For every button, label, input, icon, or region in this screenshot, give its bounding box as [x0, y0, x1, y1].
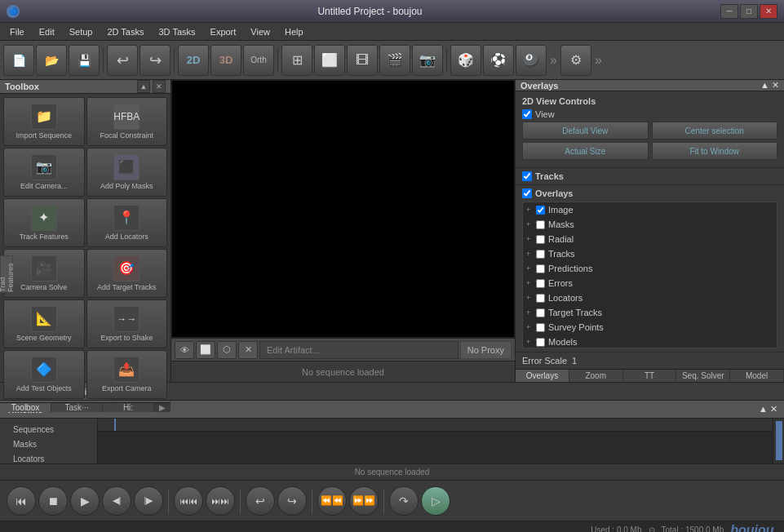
toolbox-float-button[interactable]: ▲: [137, 80, 150, 93]
close-button[interactable]: ✕: [760, 4, 777, 19]
locators-checkbox[interactable]: [536, 294, 545, 303]
maximize-button[interactable]: □: [740, 4, 758, 19]
timeline-sequences[interactable]: Sequences: [0, 422, 97, 437]
transport-play[interactable]: ▶: [70, 486, 100, 516]
sphere-button[interactable]: ⚽: [483, 45, 514, 76]
2d-button[interactable]: 2D: [178, 45, 209, 76]
timeline-locators[interactable]: Locators: [0, 451, 97, 463]
transport-stop[interactable]: ⏹: [38, 486, 68, 516]
tab-model[interactable]: Model: [730, 370, 784, 382]
default-view-button[interactable]: Default View: [522, 122, 649, 140]
vp-frame-btn[interactable]: ⬜: [196, 341, 215, 359]
transport-prev-frame[interactable]: ◀|: [102, 486, 131, 516]
tab-toolbox[interactable]: Toolbox: [0, 403, 51, 412]
grid-view-button[interactable]: ⊞: [281, 45, 312, 76]
dice-button[interactable]: 🎲: [450, 45, 481, 76]
redo-button[interactable]: ↪: [140, 45, 171, 76]
film-button[interactable]: 🎬: [379, 45, 410, 76]
transport-next-next[interactable]: ⏭⏭: [206, 486, 235, 516]
menu-edit[interactable]: Edit: [33, 25, 61, 38]
vp-mask-btn[interactable]: ⬡: [217, 341, 237, 359]
transport-fast-fwd[interactable]: ⏩⏩: [349, 486, 379, 516]
tab-hi[interactable]: Hi:: [103, 403, 154, 412]
menu-view[interactable]: View: [244, 25, 277, 38]
survey-points-checkbox[interactable]: [536, 323, 545, 332]
masks-checkbox[interactable]: [536, 220, 545, 229]
tool-add-target-tracks[interactable]: 🎯 Add Target Tracks: [86, 249, 168, 298]
tool-add-locators[interactable]: 📍 Add Locators: [86, 198, 168, 247]
transport-cycle[interactable]: ↷: [389, 486, 419, 516]
tool-edit-camera[interactable]: 📷 Edit Camera...: [3, 148, 85, 197]
timeline-masks[interactable]: Masks: [0, 437, 97, 451]
camera-button[interactable]: 📷: [412, 45, 443, 76]
overlay-item-image[interactable]: + Image: [523, 202, 777, 217]
transport-loop-back[interactable]: ↩: [246, 486, 275, 516]
tool-add-test-objects[interactable]: 🔷 Add Test Objects: [3, 350, 85, 399]
tool-add-poly-masks[interactable]: ⬛ Add Poly Masks: [86, 148, 168, 197]
tracks-checkbox[interactable]: [522, 171, 532, 181]
fit-to-window-button[interactable]: Fit to Window: [652, 142, 778, 160]
overlays-float-button[interactable]: ▲: [760, 80, 769, 91]
center-selection-button[interactable]: Center selection: [652, 122, 778, 140]
overlay-list[interactable]: + Image + Masks + Radial: [522, 202, 777, 348]
overlay-item-locators[interactable]: + Locators: [523, 290, 777, 305]
menu-3d-tasks[interactable]: 3D Tasks: [153, 25, 202, 38]
overlay-item-survey-points[interactable]: + Survey Points: [523, 320, 777, 335]
transport-fast-back[interactable]: ⏪⏪: [317, 486, 347, 516]
menu-2d-tasks[interactable]: 2D Tasks: [100, 25, 150, 38]
overlay-item-target-tracks[interactable]: + Target Tracks: [523, 305, 777, 320]
3d-button[interactable]: 3D: [210, 45, 241, 76]
vp-camera-btn[interactable]: 👁: [175, 341, 194, 359]
tab-zoom[interactable]: Zoom: [569, 370, 623, 382]
menu-setup[interactable]: Setup: [63, 25, 100, 38]
target-tracks-checkbox[interactable]: [536, 308, 545, 317]
sequence-button[interactable]: 🎞: [347, 45, 378, 76]
trad-features-label[interactable]: Trad Features: [0, 255, 13, 293]
timeline-track[interactable]: [98, 419, 773, 463]
actual-size-button[interactable]: Actual Size: [522, 142, 649, 160]
tool-focal-constraint[interactable]: HFBA Focal Constraint: [86, 97, 168, 146]
settings-button[interactable]: ⚙: [560, 45, 591, 76]
image-checkbox[interactable]: [536, 206, 545, 215]
overlay-item-masks[interactable]: + Masks: [523, 217, 777, 232]
transport-next-frame[interactable]: |▶: [134, 486, 163, 516]
tool-import-sequence[interactable]: 📁 Import Sequence: [3, 97, 85, 146]
toolbox-close-button[interactable]: ✕: [153, 80, 166, 93]
timeline-close-button[interactable]: ✕: [770, 404, 777, 415]
toolbar-more-1[interactable]: »: [548, 53, 559, 68]
menu-help[interactable]: Help: [278, 25, 310, 38]
cube-button[interactable]: 🎱: [516, 45, 547, 76]
minimize-button[interactable]: ─: [720, 4, 738, 19]
open-button[interactable]: 📂: [36, 45, 67, 76]
overlay-item-predictions[interactable]: + Predictions: [523, 261, 777, 276]
tool-scene-geometry[interactable]: 📐 Scene Geometry: [3, 299, 85, 348]
errors-checkbox[interactable]: [536, 279, 545, 288]
menu-file[interactable]: File: [3, 25, 31, 38]
overlay-item-errors[interactable]: + Errors: [523, 276, 777, 290]
toolbox-tab-arrow[interactable]: ▶: [154, 403, 171, 412]
undo-button[interactable]: ↩: [107, 45, 138, 76]
save-button[interactable]: 💾: [69, 45, 100, 76]
tracks-list-checkbox[interactable]: [536, 250, 545, 259]
timeline-playhead[interactable]: [114, 419, 116, 431]
vp-x-btn[interactable]: ✕: [238, 341, 258, 359]
timeline-scrollbar[interactable]: [773, 419, 784, 463]
tool-export-camera[interactable]: 📤 Export Camera: [86, 350, 168, 399]
overlay-item-models[interactable]: + Models: [523, 335, 777, 348]
tab-overlays[interactable]: Overlays: [516, 370, 569, 382]
view-checkbox[interactable]: [522, 109, 532, 119]
edit-artifact-field[interactable]: Edit Artifact...: [259, 341, 458, 359]
radial-checkbox[interactable]: [536, 235, 545, 244]
timeline-scroll-thumb[interactable]: [775, 420, 783, 461]
frame-button[interactable]: ⬜: [314, 45, 345, 76]
menu-export[interactable]: Export: [204, 25, 243, 38]
transport-arrow[interactable]: ▷: [421, 486, 450, 516]
toolbar-more-2[interactable]: »: [593, 53, 604, 68]
tab-seq-solver[interactable]: Seq. Solver: [676, 370, 730, 382]
tab-tasks[interactable]: Task···: [51, 403, 103, 412]
predictions-checkbox[interactable]: [536, 264, 545, 273]
overlay-item-tracks[interactable]: + Tracks: [523, 246, 777, 261]
new-button[interactable]: 📄: [3, 45, 34, 76]
tool-export-shake[interactable]: →→ Export to Shake: [86, 299, 168, 348]
orth-button[interactable]: Orth: [243, 45, 274, 76]
